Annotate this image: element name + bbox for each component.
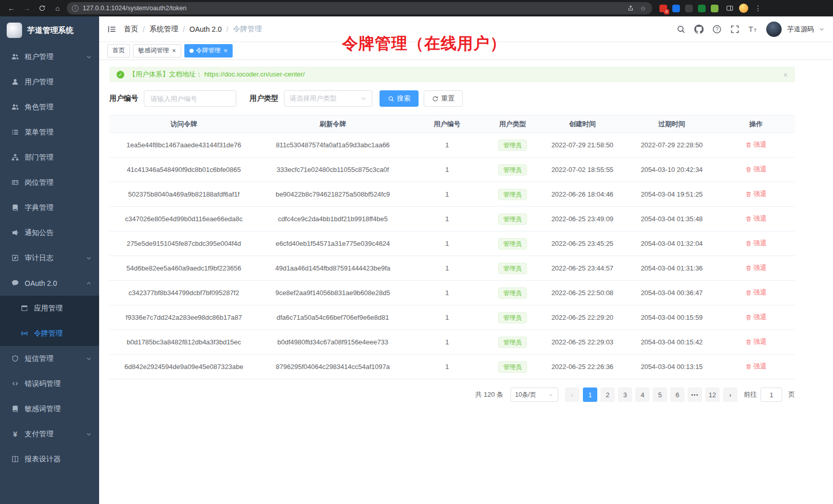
app-logo[interactable]: 芋道管理系统 (0, 16, 99, 44)
extension-icon-dark[interactable] (685, 5, 693, 12)
help-icon[interactable]: ? (712, 25, 722, 34)
force-logout-button[interactable]: 强退 (745, 288, 767, 297)
github-icon[interactable] (694, 25, 704, 34)
force-logout-button[interactable]: 强退 (745, 337, 767, 346)
page-size-select[interactable]: 10条/页 (510, 387, 558, 402)
browser-home-icon[interactable]: ⌂ (51, 3, 64, 14)
user-name[interactable]: 芋道源码 (787, 25, 814, 34)
alert-doc-link[interactable]: https://doc.iocoder.cn/user-center/ (204, 70, 305, 78)
force-logout-button[interactable]: 强退 (745, 313, 767, 322)
sidebar-item-label: 报表设计器 (25, 455, 92, 464)
force-logout-button[interactable]: 强退 (745, 362, 767, 371)
extension-icon-blue[interactable] (672, 5, 680, 12)
user-type-placeholder: 请选择用户类型 (290, 94, 336, 103)
sidebar-item-oauth-token[interactable]: 令牌管理 (0, 321, 99, 346)
force-logout-button[interactable]: 强退 (745, 214, 767, 223)
sidebar-item-errcode[interactable]: 错误码管理 (0, 371, 99, 396)
sidebar-item-notice[interactable]: 通知公告 (0, 220, 99, 245)
search-button[interactable]: 搜索 (380, 90, 419, 107)
page-button[interactable]: 3 (618, 387, 632, 402)
force-logout-button[interactable]: 强退 (745, 165, 767, 174)
expire-time-cell: 2054-03-04 00:15:59 (627, 305, 717, 330)
force-logout-button[interactable]: 强退 (745, 189, 767, 199)
user-menu-caret-icon[interactable] (819, 26, 825, 32)
trash-icon (745, 363, 752, 370)
create-time-cell: 2022-06-26 18:04:46 (538, 182, 627, 207)
force-logout-button[interactable]: 强退 (745, 140, 767, 149)
page-button[interactable]: 2 (600, 387, 615, 402)
browser-menu-icon[interactable]: ⋮ (753, 4, 763, 12)
sidebar-item-menu[interactable]: 菜单管理 (0, 120, 99, 145)
page-button[interactable]: 4 (635, 387, 650, 402)
trash-icon (745, 339, 752, 345)
user-type-cell: 管理员 (487, 207, 538, 231)
reset-button[interactable]: 重置 (424, 90, 463, 107)
create-time-cell: 2022-06-25 22:50:08 (538, 281, 627, 305)
table-row: 502375b8040a469a9b82188afdf6af1fbe90422b… (109, 182, 795, 207)
sidebar-item-dict[interactable]: 字典管理 (0, 195, 99, 220)
view-tab[interactable]: 令牌管理× (184, 44, 233, 57)
force-logout-label: 强退 (753, 140, 767, 149)
browser-reload-icon[interactable] (36, 3, 48, 14)
view-tab[interactable]: 首页 (107, 44, 130, 57)
force-logout-label: 强退 (753, 165, 767, 174)
alert-close-icon[interactable]: × (783, 70, 788, 79)
page-button[interactable]: 6 (670, 387, 685, 402)
sidebar-item-pay[interactable]: ¥支付管理 (0, 421, 99, 447)
force-logout-button[interactable]: 强退 (745, 263, 767, 273)
fullscreen-icon[interactable] (730, 25, 740, 34)
share-icon[interactable] (627, 4, 635, 12)
sidebar-item-user[interactable]: 用户管理 (0, 69, 99, 94)
user-id-input[interactable] (144, 90, 236, 107)
extension-icon-red[interactable]: 0 (659, 5, 667, 12)
view-tab[interactable]: 敏感词管理× (133, 44, 181, 57)
page-ellipsis[interactable]: ••• (688, 387, 702, 402)
page-button[interactable]: 5 (653, 387, 667, 402)
user-avatar[interactable] (766, 22, 782, 37)
breadcrumb-item[interactable]: 首页 (124, 25, 138, 34)
search-button-label: 搜索 (397, 94, 410, 103)
force-logout-button[interactable]: 强退 (745, 239, 767, 248)
site-info-icon[interactable]: i (72, 5, 79, 12)
page-button[interactable]: 12 (705, 387, 720, 402)
tab-close-icon[interactable]: × (172, 47, 176, 54)
sidebar-item-label: 应用管理 (34, 304, 92, 313)
browser-forward-icon[interactable]: → (21, 3, 33, 14)
goto-page-input[interactable] (761, 387, 782, 402)
user-type-select[interactable]: 请选择用户类型 (284, 90, 372, 107)
create-time-cell: 2022-06-25 22:26:36 (538, 355, 627, 379)
breadcrumb-item[interactable]: OAuth 2.0 (190, 25, 222, 33)
refresh-token-cell: 333ecfc71e02480cb11055c875c3ca0f (258, 158, 407, 182)
breadcrumb-item[interactable]: 系统管理 (149, 25, 178, 34)
search-icon[interactable] (676, 25, 686, 34)
svg-text:T: T (749, 25, 753, 33)
browser-address-bar[interactable]: i 127.0.0.1:1024/system/oauth2/token ☆ (67, 2, 652, 14)
extension-icon-lime[interactable] (711, 5, 718, 12)
bookmark-star-icon[interactable]: ☆ (639, 4, 647, 12)
sidebar-collapse-icon[interactable] (107, 25, 117, 34)
create-time-cell: 2022-06-25 23:44:57 (538, 256, 627, 281)
browser-back-icon[interactable]: ← (5, 3, 17, 14)
sidebar-item-dept[interactable]: 部门管理 (0, 145, 99, 170)
sidebar-item-sms[interactable]: 短信管理 (0, 346, 99, 371)
sidebar-item-audit[interactable]: 审计日志 (0, 245, 99, 270)
next-page-button[interactable]: › (723, 387, 737, 402)
oauth-icon (11, 279, 19, 287)
sidebar-item-report[interactable]: 报表设计器 (0, 447, 99, 472)
tab-close-icon[interactable]: × (224, 47, 228, 54)
extension-icon-green[interactable] (698, 5, 706, 12)
prev-page-button[interactable]: ‹ (565, 387, 579, 402)
app-title: 芋道管理系统 (27, 26, 73, 35)
column-header: 过期时间 (627, 115, 717, 133)
font-size-icon[interactable]: TT (748, 25, 758, 34)
sidebar-item-oauth[interactable]: OAuth 2.0 (0, 270, 99, 296)
sidebar-item-post[interactable]: 岗位管理 (0, 170, 99, 195)
page-button[interactable]: 1 (583, 387, 597, 402)
sidebar-item-oauth-app[interactable]: 应用管理 (0, 296, 99, 321)
user-id-cell: 1 (407, 231, 487, 256)
split-view-icon[interactable] (726, 4, 734, 12)
sidebar-item-tenant[interactable]: 租户管理 (0, 44, 99, 69)
browser-profile-avatar[interactable] (739, 4, 748, 13)
sidebar-item-sensitive[interactable]: 敏感词管理 (0, 396, 99, 421)
sidebar-item-role[interactable]: 角色管理 (0, 94, 99, 120)
